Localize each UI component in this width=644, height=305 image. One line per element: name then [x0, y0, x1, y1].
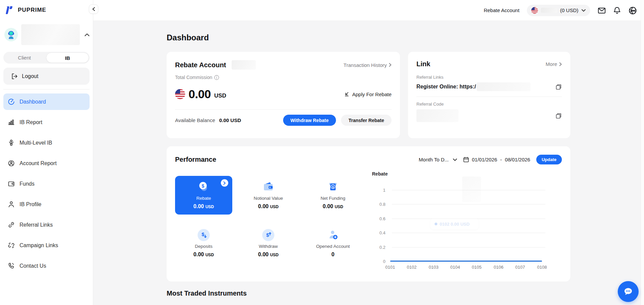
sidebar-item-label: IB Profile	[20, 201, 41, 207]
gridline	[392, 233, 545, 233]
performance-card: Performance Month To D... 01/01/2026 - 0…	[167, 146, 570, 281]
copy-referral-code-icon[interactable]	[555, 113, 562, 119]
puprime-logo-icon	[5, 5, 15, 15]
gridline	[392, 190, 545, 190]
account-currency: (0 USD)	[560, 7, 578, 13]
funds-icon	[8, 180, 15, 187]
x-tick: 0101	[385, 265, 395, 270]
sidebar: PUPRIME Client IB Logout	[0, 0, 93, 305]
rebate-series-line	[390, 261, 542, 262]
sidebar-item-campaign-links[interactable]: Campaign Links	[3, 237, 90, 254]
y-tick: 0	[362, 259, 385, 264]
net-funding-icon: $	[327, 181, 339, 193]
available-balance-label: Available Balance	[175, 117, 215, 123]
more-link[interactable]: More	[546, 61, 562, 67]
withdraw-rebate-button[interactable]: Withdraw Rebate	[283, 115, 336, 126]
x-tick: 0104	[450, 265, 460, 270]
sidebar-item-account-report[interactable]: Account Report	[3, 155, 90, 171]
sidebar-item-ib-report[interactable]: IB Report	[3, 114, 90, 130]
most-traded-title: Most Traded Instruments	[167, 290, 570, 297]
transfer-rebate-button[interactable]: Transfer Rebate	[341, 115, 392, 126]
sidebar-item-label: Account Report	[20, 160, 57, 166]
account-selector[interactable]: (0 USD)	[527, 5, 590, 16]
sidebar-item-ib-profile[interactable]: IB Profile	[3, 196, 90, 213]
sidebar-item-multi-level-ib[interactable]: Multi-Level IB	[3, 135, 90, 151]
tile-net-funding[interactable]: $ Net Funding 0.00 USD	[304, 176, 362, 215]
tile-withdraw[interactable]: $ Withdraw 0.00 USD	[240, 224, 297, 263]
page-title: Dashboard	[167, 33, 644, 42]
info-icon[interactable]	[214, 75, 219, 80]
tile-rebate[interactable]: $ Rebate 0.00 USD	[175, 176, 232, 215]
chat-widget-button[interactable]	[618, 281, 639, 302]
sidebar-item-label: Dashboard	[20, 99, 46, 105]
card-divider	[416, 97, 562, 97]
account-report-icon	[8, 160, 15, 167]
globe-icon[interactable]	[629, 6, 637, 14]
referral-links-icon	[8, 221, 15, 228]
rebate-account-id-redacted	[232, 60, 256, 70]
y-tick: 0.4	[362, 230, 385, 235]
apply-for-rebate-link[interactable]: Apply For Rebate	[344, 91, 392, 97]
logout-label: Logout	[22, 73, 38, 79]
page-scrollbar[interactable]	[641, 0, 644, 305]
chevron-right-icon	[559, 62, 562, 66]
bell-icon[interactable]	[613, 6, 621, 14]
referral-links-label: Referral Links	[416, 75, 562, 80]
svg-text:$: $	[202, 231, 205, 237]
update-button[interactable]: Update	[536, 155, 562, 164]
sidebar-item-label: Campaign Links	[20, 242, 58, 249]
brand-name: PUPRIME	[18, 7, 46, 13]
date-range[interactable]: 01/01/2026 - 08/01/2026	[463, 157, 530, 162]
chevron-down-icon	[581, 9, 586, 12]
gridline	[392, 247, 545, 247]
svg-text:$: $	[266, 232, 269, 238]
performance-title: Performance	[175, 156, 216, 163]
brand-logo: PUPRIME	[0, 0, 93, 16]
sidebar-item-funds[interactable]: Funds	[3, 176, 90, 192]
tile-opened-account[interactable]: Opened Account 0	[304, 224, 362, 263]
rebate-account-card: Rebate Account Transaction History Total…	[167, 52, 400, 138]
link-card: Link More Referral Links Register Online…	[408, 52, 570, 138]
calendar-icon	[463, 157, 469, 162]
account-mode-toggle: Client IB	[3, 52, 90, 64]
logout-button[interactable]: Logout	[3, 68, 90, 85]
sidebar-item-label: Referral Links	[20, 222, 53, 228]
tab-ib[interactable]: IB	[46, 52, 89, 63]
main-area: Rebate Account (0 USD)	[93, 0, 644, 305]
tile-arrow-icon[interactable]	[221, 179, 228, 187]
y-tick: 1	[362, 188, 385, 193]
referral-link-redacted	[477, 82, 531, 91]
date-from: 01/01/2026	[472, 157, 497, 162]
sidebar-item-contact-us[interactable]: Contact Us	[3, 258, 90, 274]
sidebar-item-dashboard[interactable]: Dashboard	[3, 93, 90, 110]
transaction-history-link[interactable]: Transaction History	[343, 62, 392, 68]
sidebar-nav: Dashboard IB Report Multi-Level IB	[0, 93, 93, 274]
rebate-chart: Rebate 1 0.8 0.6 0.4 0.2 0 0102 0.00 USD	[362, 166, 562, 277]
topbar: Rebate Account (0 USD)	[93, 0, 644, 21]
tile-deposits[interactable]: $ Deposits 0.00 USD	[175, 224, 232, 263]
tab-client[interactable]: Client	[3, 52, 45, 63]
x-tick: 0102	[407, 265, 417, 270]
y-tick: 0.8	[362, 202, 385, 207]
chart-title: Rebate	[372, 171, 388, 177]
chart-blur-patch	[462, 177, 481, 202]
chevron-up-icon[interactable]	[84, 33, 90, 36]
date-to: 08/01/2026	[505, 157, 530, 162]
x-tick: 0107	[515, 265, 525, 270]
tile-notional-value[interactable]: Notional Value 0.00 USD	[240, 176, 297, 215]
multi-level-ib-icon	[8, 139, 15, 146]
referral-code-label: Referral Code	[416, 102, 562, 107]
total-commission-currency: USD	[214, 92, 226, 99]
date-range-select[interactable]: Month To D...	[419, 157, 457, 162]
deposits-icon: $	[198, 229, 210, 241]
mail-icon[interactable]	[598, 6, 606, 14]
sidebar-item-referral-links[interactable]: Referral Links	[3, 217, 90, 233]
user-summary[interactable]	[4, 24, 90, 45]
sidebar-item-label: IB Report	[20, 119, 42, 125]
x-tick: 0108	[537, 265, 547, 270]
copy-referral-link-icon[interactable]	[555, 84, 562, 90]
y-tick: 0.6	[362, 216, 385, 221]
dashboard-icon	[8, 98, 15, 105]
sidebar-collapse-button[interactable]	[89, 4, 98, 14]
available-balance-value: 0.00 USD	[219, 117, 241, 123]
